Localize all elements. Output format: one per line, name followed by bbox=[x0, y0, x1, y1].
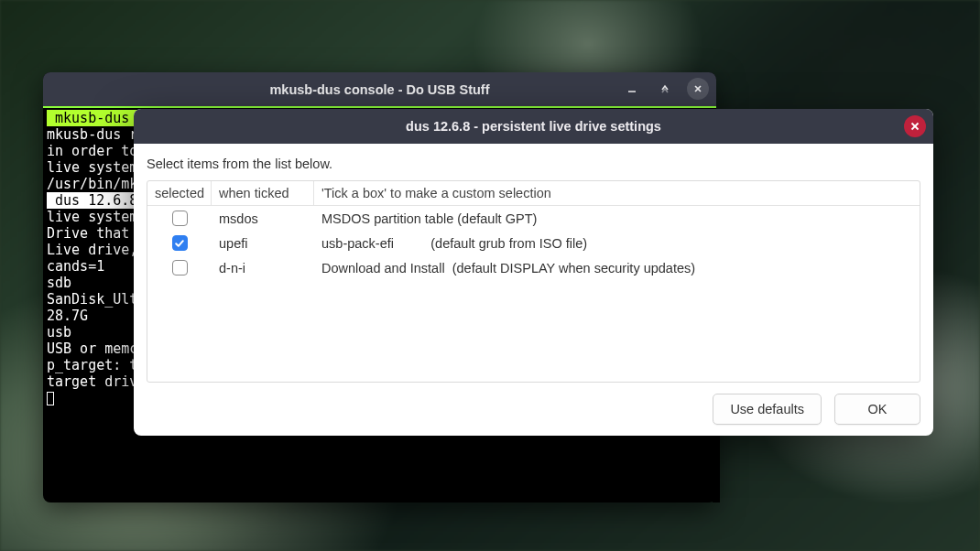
row-when: d-n-i bbox=[212, 261, 314, 276]
dialog-buttons: Use defaults OK bbox=[147, 394, 920, 425]
close-button[interactable] bbox=[904, 115, 926, 137]
header-desc[interactable]: 'Tick a box' to make a custom selection bbox=[314, 181, 920, 205]
checkbox-dni[interactable] bbox=[172, 260, 188, 276]
checkbox-upefi[interactable] bbox=[172, 235, 188, 251]
list-row-upefi[interactable]: upefi usb-pack-efi (default grub from IS… bbox=[147, 231, 920, 255]
terminal-line: Drive that bbox=[47, 225, 137, 242]
terminal-line: USB or memc bbox=[47, 340, 137, 357]
console-titlebar[interactable]: mkusb-dus console - Do USB Stuff bbox=[43, 72, 716, 106]
scrollbar[interactable] bbox=[713, 429, 720, 502]
row-desc: MSDOS partition table (default GPT) bbox=[314, 211, 920, 226]
terminal-line: live system bbox=[47, 159, 137, 176]
minimize-button[interactable] bbox=[621, 78, 643, 100]
header-selected[interactable]: selected bbox=[147, 181, 212, 205]
options-list: selected when ticked 'Tick a box' to mak… bbox=[147, 180, 920, 383]
terminal-line: in order to bbox=[47, 143, 137, 159]
terminal-line: 28.7G bbox=[47, 308, 88, 324]
list-row-msdos[interactable]: msdos MSDOS partition table (default GPT… bbox=[147, 206, 920, 231]
list-row-dni[interactable]: d-n-i Download and Install (default DISP… bbox=[147, 255, 920, 280]
console-title: mkusb-dus console - Do USB Stuff bbox=[269, 82, 489, 97]
terminal-line: /usr/bin/mk bbox=[47, 176, 137, 192]
dialog-titlebar[interactable]: dus 12.6.8 - persistent live drive setti… bbox=[134, 109, 933, 144]
terminal-line: dus 12.6.8 bbox=[47, 192, 137, 209]
terminal-line: target driv bbox=[47, 373, 137, 390]
dialog-body: Select items from the list below. select… bbox=[134, 144, 933, 436]
terminal-line: mkusb-dus bbox=[47, 110, 137, 126]
instruction-text: Select items from the list below. bbox=[147, 157, 920, 171]
terminal-line: cands=1 bbox=[47, 258, 104, 275]
terminal-line: live system bbox=[47, 209, 137, 225]
settings-dialog: dus 12.6.8 - persistent live drive setti… bbox=[134, 109, 933, 436]
row-when: msdos bbox=[212, 211, 314, 226]
ok-button[interactable]: OK bbox=[834, 394, 920, 425]
terminal-line: mkusb-dus r bbox=[47, 126, 137, 143]
terminal-line: Live drive, bbox=[47, 242, 137, 258]
row-when: upefi bbox=[212, 236, 314, 251]
row-desc: Download and Install (default DISPLAY wh… bbox=[314, 261, 920, 276]
terminal-line: SanDisk_Ult bbox=[47, 291, 137, 308]
dialog-title: dus 12.6.8 - persistent live drive setti… bbox=[406, 119, 661, 134]
terminal-line: usb bbox=[47, 324, 71, 340]
maximize-button[interactable] bbox=[654, 78, 676, 100]
terminal-line: p_target: t bbox=[47, 357, 137, 373]
close-button[interactable] bbox=[687, 78, 709, 100]
console-window-controls bbox=[621, 78, 709, 100]
use-defaults-button[interactable]: Use defaults bbox=[713, 394, 822, 425]
row-desc: usb-pack-efi (default grub from ISO file… bbox=[314, 236, 920, 251]
terminal-line: sdb bbox=[47, 275, 71, 291]
header-when[interactable]: when ticked bbox=[212, 181, 314, 205]
checkbox-msdos[interactable] bbox=[172, 211, 188, 226]
terminal-cursor bbox=[47, 392, 54, 405]
list-header: selected when ticked 'Tick a box' to mak… bbox=[147, 181, 920, 206]
